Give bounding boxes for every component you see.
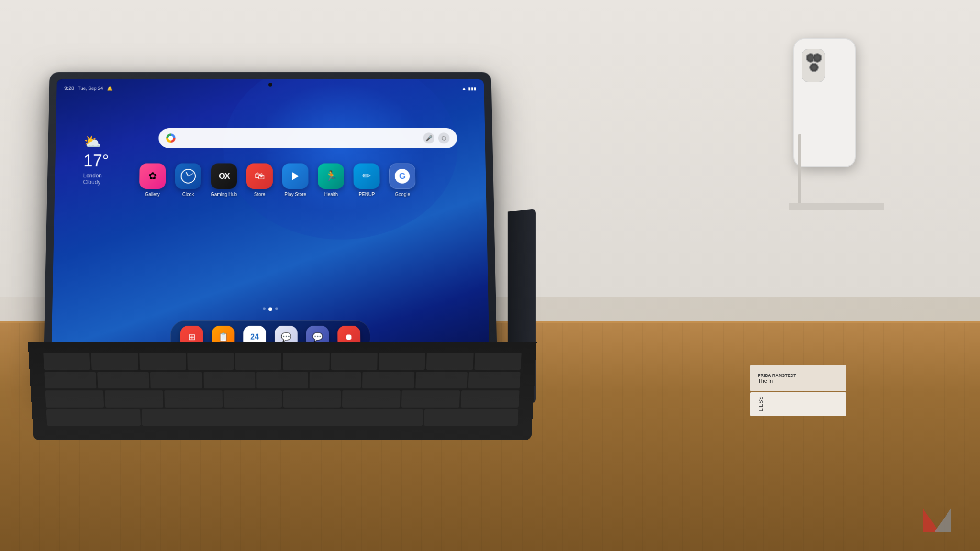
keyboard-row-3 bbox=[45, 390, 519, 407]
app-google[interactable]: G Google bbox=[389, 163, 416, 197]
health-label: Health bbox=[324, 192, 338, 197]
key bbox=[424, 409, 518, 426]
google-icon-g: G bbox=[395, 169, 410, 184]
app-play-store[interactable]: Play Store bbox=[282, 163, 309, 197]
dot-3 bbox=[275, 307, 278, 310]
key bbox=[91, 353, 138, 370]
wifi-icon: ▲ bbox=[462, 86, 467, 90]
key bbox=[283, 353, 330, 370]
key bbox=[45, 390, 104, 407]
app-clock[interactable]: Clock bbox=[175, 163, 201, 197]
key bbox=[426, 353, 473, 370]
taskedge-symbol: ⊞ bbox=[188, 332, 195, 342]
penup-label: PENUP bbox=[359, 192, 375, 197]
gallery-icon-symbol: ✿ bbox=[148, 170, 157, 182]
phone-on-stand bbox=[784, 38, 889, 268]
lens-icon[interactable]: ⬡ bbox=[438, 132, 450, 143]
dot-2 bbox=[268, 307, 272, 311]
app-grid: ✿ Gallery Clock bbox=[139, 163, 463, 197]
gallery-icon: ✿ bbox=[139, 163, 166, 189]
key bbox=[256, 372, 308, 388]
google-icon: G bbox=[389, 163, 416, 189]
pagination-dots bbox=[263, 307, 278, 311]
key bbox=[164, 390, 223, 407]
google-label: Google bbox=[395, 192, 410, 197]
key bbox=[139, 353, 186, 370]
keyboard-row-4 bbox=[46, 409, 519, 426]
key bbox=[46, 409, 141, 426]
gaming-hub-symbol: OX bbox=[219, 171, 229, 181]
tablet-screen: 9:28 Tue, Sep 24 🔔 ▲ ▮▮▮ ⛅ 17° London Cl… bbox=[51, 79, 490, 380]
status-left: 9:28 Tue, Sep 24 🔔 bbox=[64, 86, 112, 91]
books-stack: FRIDA RAMSTEDT The In LIESS bbox=[750, 365, 846, 417]
play-store-icon bbox=[282, 163, 309, 189]
camera-bump bbox=[802, 49, 825, 82]
key bbox=[187, 353, 234, 370]
screen-content: 9:28 Tue, Sep 24 🔔 ▲ ▮▮▮ ⛅ 17° London Cl… bbox=[51, 79, 490, 380]
screenshot-symbol: ⏺ bbox=[345, 332, 353, 342]
book2-title: LIESS bbox=[758, 397, 764, 411]
alarm-icon: 🔔 bbox=[107, 86, 112, 90]
store-icon-symbol: 🛍 bbox=[255, 170, 265, 182]
calendar-symbol: 24 bbox=[250, 333, 259, 342]
health-icon: 🏃 bbox=[318, 163, 344, 189]
status-date: Tue, Sep 24 bbox=[78, 86, 103, 90]
key bbox=[235, 353, 281, 370]
key bbox=[43, 353, 90, 370]
key bbox=[223, 390, 281, 407]
camera-lens-3 bbox=[809, 63, 819, 72]
gaming-hub-label: Gaming Hub bbox=[211, 192, 237, 197]
app-gallery[interactable]: ✿ Gallery bbox=[139, 163, 166, 197]
tablet[interactable]: 9:28 Tue, Sep 24 🔔 ▲ ▮▮▮ ⛅ 17° London Cl… bbox=[43, 62, 522, 426]
clock-label: Clock bbox=[182, 192, 194, 197]
keyboard-row-2 bbox=[44, 372, 520, 388]
ap-logo-mark bbox=[923, 508, 951, 532]
key bbox=[203, 372, 255, 388]
clock-minute-hand bbox=[188, 173, 193, 176]
key bbox=[342, 390, 401, 407]
ap-logo-right-triangle bbox=[935, 508, 951, 532]
key-space bbox=[142, 409, 423, 426]
gaming-hub-icon: OX bbox=[211, 163, 237, 189]
mic-icon[interactable]: 🎤 bbox=[423, 132, 434, 143]
tablet-frame: 9:28 Tue, Sep 24 🔔 ▲ ▮▮▮ ⛅ 17° London Cl… bbox=[43, 72, 498, 387]
google-logo bbox=[166, 133, 176, 143]
search-bar[interactable]: 🎤 ⬡ bbox=[158, 128, 457, 148]
keyboard-keys bbox=[43, 353, 522, 426]
front-camera bbox=[268, 83, 272, 87]
key bbox=[474, 353, 522, 370]
penup-icon-symbol: ✏ bbox=[362, 170, 371, 182]
app-gaming-hub[interactable]: OX Gaming Hub bbox=[211, 163, 237, 197]
app-store[interactable]: 🛍 Store bbox=[246, 163, 273, 197]
key bbox=[331, 353, 378, 370]
key bbox=[44, 372, 96, 388]
key bbox=[415, 372, 468, 388]
app-health[interactable]: 🏃 Health bbox=[318, 163, 344, 197]
weather-condition: Cloudy bbox=[83, 179, 109, 185]
notes-symbol: 📋 bbox=[218, 332, 228, 342]
screen-blob bbox=[223, 79, 459, 240]
book-1: FRIDA RAMSTEDT The In bbox=[750, 365, 846, 391]
key bbox=[283, 390, 341, 407]
clock-icon bbox=[175, 163, 201, 189]
book1-title: The In bbox=[758, 378, 773, 384]
key bbox=[379, 353, 425, 370]
key bbox=[461, 390, 520, 407]
key bbox=[401, 390, 460, 407]
penup-icon: ✏ bbox=[354, 163, 380, 189]
ap-logo bbox=[923, 508, 951, 532]
keyboard-row-1 bbox=[43, 353, 522, 370]
key bbox=[468, 372, 520, 388]
weather-city: London bbox=[83, 173, 109, 179]
play-store-triangle bbox=[292, 172, 299, 180]
stand-bracket bbox=[784, 115, 889, 210]
stand-arm bbox=[798, 134, 801, 210]
weather-temperature: 17° bbox=[83, 152, 109, 171]
stand-base bbox=[789, 203, 884, 210]
keyboard-base bbox=[28, 342, 536, 440]
chat-symbol: 💬 bbox=[281, 332, 291, 342]
app-penup[interactable]: ✏ PENUP bbox=[354, 163, 380, 197]
key bbox=[150, 372, 202, 388]
key bbox=[97, 372, 149, 388]
google-logo-inner bbox=[168, 136, 173, 141]
